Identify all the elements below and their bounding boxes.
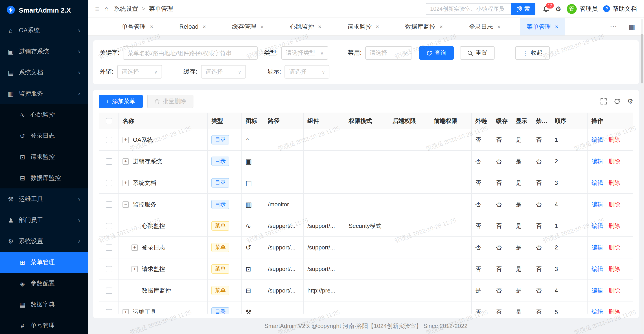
visible-cell: 是 — [512, 258, 532, 280]
row-checkbox[interactable] — [106, 288, 112, 294]
close-icon[interactable]: × — [202, 23, 206, 30]
tab-label: 登录日志 — [469, 23, 493, 31]
tab-item-5[interactable]: 数据库监控× — [398, 18, 450, 36]
global-search-button[interactable]: 搜 索 — [512, 3, 536, 14]
row-select-cell — [99, 215, 119, 237]
row-checkbox[interactable] — [106, 245, 112, 251]
sidebar-item-employees[interactable]: ♟部门员工∨ — [0, 210, 88, 230]
close-icon[interactable]: × — [150, 23, 153, 30]
sidebar-item-ops-tools[interactable]: ⚒运维工具∨ — [0, 188, 88, 210]
close-icon[interactable]: × — [497, 23, 500, 30]
expand-row-toggle[interactable]: + — [122, 180, 129, 186]
select-all-checkbox[interactable] — [106, 118, 112, 124]
close-icon[interactable]: × — [318, 23, 321, 30]
tab-item-3[interactable]: 心跳监控× — [283, 18, 328, 36]
delete-link[interactable]: 删除 — [608, 201, 620, 208]
sidebar-item-inventory[interactable]: ▣进销存系统∨ — [0, 41, 88, 62]
delete-link[interactable]: 删除 — [608, 179, 620, 186]
delete-link[interactable]: 删除 — [608, 244, 620, 250]
delete-link[interactable]: 删除 — [608, 287, 620, 294]
edit-link[interactable]: 编辑 — [592, 158, 603, 164]
scrollbar[interactable] — [641, 19, 643, 330]
tab-item-2[interactable]: 缓存管理× — [225, 18, 270, 36]
add-menu-button[interactable]: + 添加菜单 — [99, 95, 142, 108]
notification-bell-icon[interactable]: 12 — [542, 5, 550, 12]
menu-fold-icon[interactable]: ≡ — [95, 6, 99, 12]
sidebar-item-dict[interactable]: ▦数据字典 — [0, 294, 88, 315]
expand-row-toggle[interactable]: + — [132, 266, 138, 272]
row-checkbox[interactable] — [106, 223, 112, 230]
edit-link[interactable]: 编辑 — [592, 222, 603, 229]
row-icon: ⌂ — [242, 129, 264, 150]
delete-link[interactable]: 删除 — [608, 222, 620, 229]
delete-link[interactable]: 删除 — [608, 158, 620, 164]
cache-cell: 否 — [492, 150, 512, 172]
settings-gear-icon[interactable]: ⚙ — [555, 6, 561, 12]
scrollbar-thumb[interactable] — [641, 34, 643, 84]
sidebar-item-menu-manage[interactable]: ⊞菜单管理 — [0, 252, 88, 273]
sidebar-item-db-monitor[interactable]: ⊟数据库监控 — [0, 167, 88, 188]
tab-item-0[interactable]: 单号管理× — [115, 18, 160, 36]
refresh-icon[interactable] — [614, 98, 620, 104]
fullscreen-icon[interactable] — [600, 98, 606, 104]
delete-link[interactable]: 删除 — [608, 308, 620, 313]
expand-row-toggle[interactable]: + — [122, 158, 129, 164]
row-checkbox[interactable] — [106, 158, 112, 165]
sidebar-item-settings[interactable]: ⚙系统设置∧ — [0, 230, 88, 252]
row-checkbox[interactable] — [106, 309, 112, 313]
collapse-row-toggle[interactable]: − — [122, 201, 129, 208]
collapse-filter-button[interactable]: ⋮ 收起 — [515, 46, 550, 60]
user-menu[interactable]: 管 管理员 — [566, 4, 598, 14]
external-select[interactable]: 请选择 ∨ — [117, 65, 162, 78]
tab-more-icon[interactable]: ⋯ — [610, 22, 617, 31]
keyword-input[interactable] — [123, 46, 258, 60]
breadcrumb-current: 菜单管理 — [149, 5, 173, 13]
expand-row-toggle[interactable]: + — [122, 136, 129, 143]
type-select[interactable]: 请选择类型 ∨ — [282, 46, 328, 60]
sidebar-item-params[interactable]: ◈参数配置 — [0, 273, 88, 294]
tab-grid-icon[interactable]: ▦ — [629, 23, 635, 31]
home-icon[interactable]: ⌂ — [104, 6, 108, 12]
close-icon[interactable]: × — [555, 23, 558, 30]
help-link[interactable]: ? 帮助文档 — [603, 5, 637, 13]
tab-item-7[interactable]: 菜单管理× — [520, 18, 565, 36]
sidebar-item-order-no[interactable]: #单号管理 — [0, 315, 88, 334]
delete-link[interactable]: 删除 — [608, 136, 620, 143]
edit-link[interactable]: 编辑 — [592, 179, 603, 186]
tab-item-1[interactable]: Reload× — [172, 18, 213, 36]
sidebar-item-oa[interactable]: ⌂OA系统∨ — [0, 20, 88, 41]
sidebar-item-monitor[interactable]: ▥监控服务∧ — [0, 83, 88, 104]
sidebar-item-login-log[interactable]: ↺登录日志 — [0, 125, 88, 146]
tab-item-6[interactable]: 登录日志× — [462, 18, 507, 36]
column-settings-gear-icon[interactable]: ⚙ — [627, 97, 633, 106]
sidebar-item-request-monitor[interactable]: ⊡请求监控 — [0, 146, 88, 167]
close-icon[interactable]: × — [260, 23, 264, 30]
table-toolbar-icons: ⚙ — [600, 97, 633, 106]
global-search-input[interactable] — [426, 3, 512, 14]
edit-link[interactable]: 编辑 — [592, 136, 603, 143]
edit-link[interactable]: 编辑 — [592, 201, 603, 208]
tab-item-4[interactable]: 请求监控× — [340, 18, 386, 36]
edit-link[interactable]: 编辑 — [592, 244, 603, 250]
delete-link[interactable]: 删除 — [608, 265, 620, 272]
expand-row-toggle[interactable]: + — [132, 244, 138, 250]
reset-button[interactable]: 重置 — [460, 46, 494, 60]
row-checkbox[interactable] — [106, 180, 112, 186]
row-checkbox[interactable] — [106, 137, 112, 143]
edit-link[interactable]: 编辑 — [592, 287, 603, 294]
sidebar-item-heartbeat[interactable]: ∿心跳监控 — [0, 104, 88, 125]
close-icon[interactable]: × — [376, 23, 379, 30]
breadcrumb-parent[interactable]: 系统设置 — [114, 5, 138, 13]
disabled-select[interactable]: 请选择 ∨ — [365, 46, 412, 60]
query-button[interactable]: 查询 — [419, 46, 454, 60]
row-checkbox[interactable] — [106, 266, 112, 272]
expand-row-toggle[interactable]: + — [122, 309, 129, 313]
edit-link[interactable]: 编辑 — [592, 265, 603, 272]
sidebar-item-docs[interactable]: ▤系统文档∨ — [0, 62, 88, 83]
row-checkbox[interactable] — [106, 202, 112, 208]
close-icon[interactable]: × — [440, 23, 443, 30]
visible-select[interactable]: 请选择 ∨ — [285, 65, 330, 78]
cache-select[interactable]: 请选择 ∨ — [201, 65, 246, 78]
batch-delete-button[interactable]: 批量删除 — [147, 95, 193, 108]
edit-link[interactable]: 编辑 — [592, 308, 603, 313]
